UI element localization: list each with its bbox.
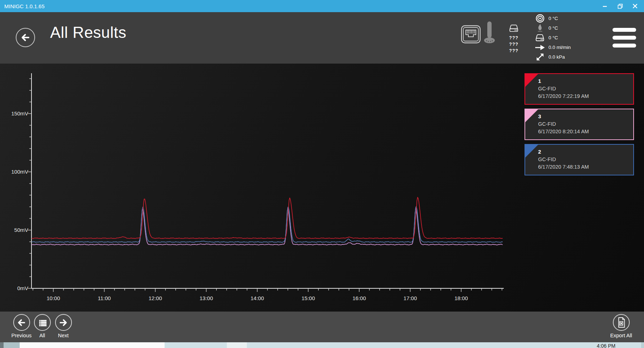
result-card[interactable]: 2 GC-FID 6/17/2020 7:48:13 AM xyxy=(525,144,634,175)
status-row: 0 °C xyxy=(535,14,571,23)
x-tick-label: 15:00 xyxy=(302,295,315,301)
result-card[interactable]: 3 GC-FID 6/17/2020 8:20:14 AM xyxy=(525,109,634,140)
card-datetime: 6/17/2020 8:20:14 AM xyxy=(538,129,633,134)
minimize-icon xyxy=(602,4,608,9)
card-method: GC-FID xyxy=(538,121,633,127)
status-value: 0 °C xyxy=(548,16,558,21)
status-list: 0 °C 0 °C xyxy=(535,14,571,62)
x-tick-label: 18:00 xyxy=(454,295,468,301)
card-method: GC-FID xyxy=(538,156,633,162)
card-datetime: 6/17/2020 7:48:13 AM xyxy=(538,164,633,170)
result-card[interactable]: 1 GC-FID 6/17/2020 7:22:19 AM xyxy=(525,73,634,105)
detector-status-group: ??? ??? ??? xyxy=(506,24,522,53)
x-tick-label: 14:00 xyxy=(250,295,264,301)
status-value: 0.0 ml/min xyxy=(548,45,571,50)
taskbar-segment xyxy=(0,342,4,348)
oven-icon xyxy=(508,24,519,33)
export-all-button[interactable]: Export All xyxy=(604,312,638,338)
export-excel-icon xyxy=(613,314,630,331)
restore-button[interactable] xyxy=(613,1,628,11)
chart-area: 0mV50mV100mV150mV10:0011:0012:0013:0014:… xyxy=(0,64,644,312)
flow-arrow-icon xyxy=(535,44,545,51)
taskbar-segment xyxy=(20,342,165,348)
trace-run-3-pink xyxy=(31,208,503,245)
close-button[interactable] xyxy=(628,1,643,11)
page-title: All Results xyxy=(50,24,126,41)
y-tick-label: 100mV xyxy=(11,169,28,175)
pressure-arrows-icon xyxy=(535,53,545,61)
card-corner-triangle xyxy=(525,145,538,158)
x-tick-label: 11:00 xyxy=(98,295,111,301)
trace-run-1-red xyxy=(31,197,503,238)
column-icon xyxy=(483,21,496,46)
minimize-button[interactable] xyxy=(597,1,613,11)
flame-icon xyxy=(535,24,545,33)
close-icon xyxy=(633,4,638,9)
bottom-toolbar: Previous All Next xyxy=(0,312,644,342)
target-icon xyxy=(535,14,545,23)
status-value: 0 °C xyxy=(548,35,558,40)
taskbar-sliver: 4:06 PM xyxy=(0,342,644,348)
taskbar-clock: 4:06 PM xyxy=(597,343,615,348)
titlebar: MINIGC 1.0.1.65 xyxy=(0,0,644,12)
trace-run-2-blue xyxy=(31,207,503,243)
next-button[interactable]: Next xyxy=(46,312,80,338)
card-datetime: 6/17/2020 7:22:19 AM xyxy=(538,93,633,99)
card-corner-triangle xyxy=(525,74,538,87)
status-row: 0.0 ml/min xyxy=(535,43,571,52)
status-row: 0 °C xyxy=(535,23,571,33)
card-corner-triangle xyxy=(525,109,538,122)
y-tick-label: 50mV xyxy=(14,227,28,233)
unknown-temp-value: ??? xyxy=(506,35,522,40)
taskbar-segment xyxy=(227,342,247,348)
window-title: MINIGC 1.0.1.65 xyxy=(4,3,45,9)
x-tick-label: 17:00 xyxy=(404,295,417,301)
y-tick-label: 0mV xyxy=(17,285,28,291)
unknown-temp-value: ??? xyxy=(506,48,522,53)
card-number: 1 xyxy=(538,78,633,84)
x-tick-label: 10:00 xyxy=(47,295,60,301)
status-row: 0 °C xyxy=(535,33,571,43)
card-number: 2 xyxy=(538,149,633,155)
taskbar-segment xyxy=(641,342,644,348)
results-list: 1 GC-FID 6/17/2020 7:22:19 AM 3 GC-FID 6… xyxy=(525,73,634,175)
oven-icon xyxy=(535,34,545,42)
back-button[interactable] xyxy=(16,28,35,47)
x-tick-label: 12:00 xyxy=(148,295,162,301)
header: All Results ??? xyxy=(0,12,644,64)
card-number: 3 xyxy=(538,113,633,119)
status-row: 0.0 kPa xyxy=(535,52,571,62)
x-tick-label: 16:00 xyxy=(352,295,366,301)
restore-icon xyxy=(618,4,623,9)
status-value: 0 °C xyxy=(548,25,558,31)
export-all-label: Export All xyxy=(610,333,632,338)
ethernet-icon xyxy=(461,25,481,45)
window-controls xyxy=(597,1,643,11)
app-window: MINIGC 1.0.1.65 All Results xyxy=(0,0,644,348)
all-label: All xyxy=(39,333,45,338)
status-value: 0.0 kPa xyxy=(548,54,565,60)
arrow-left-icon xyxy=(20,33,30,43)
x-tick-label: 13:00 xyxy=(200,295,213,301)
card-method: GC-FID xyxy=(538,86,633,91)
next-label: Next xyxy=(58,333,69,338)
y-tick-label: 150mV xyxy=(11,110,28,116)
menu-button[interactable] xyxy=(613,28,636,51)
taskbar-segment xyxy=(4,342,20,348)
arrow-right-icon xyxy=(55,314,72,331)
unknown-temp-value: ??? xyxy=(506,42,522,47)
